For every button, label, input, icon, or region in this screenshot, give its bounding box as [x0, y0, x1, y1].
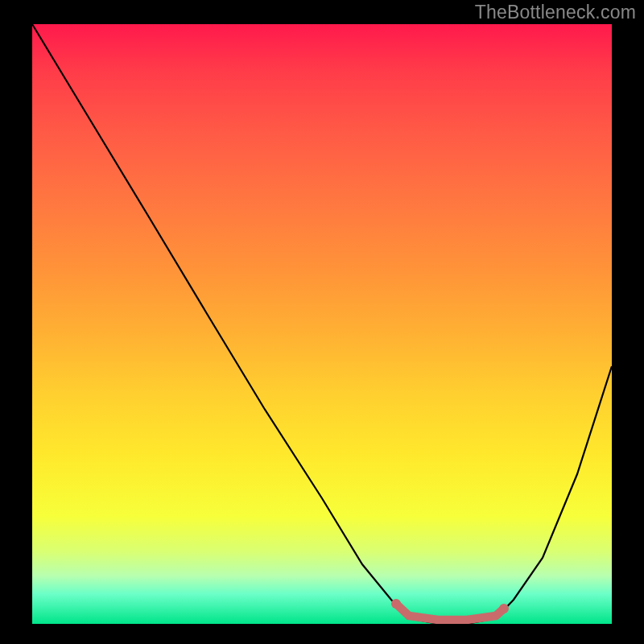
watermark-text: TheBottleneck.com	[475, 2, 636, 23]
highlight-segment	[396, 604, 504, 620]
bottleneck-curve	[32, 24, 612, 624]
highlight-end-dot	[499, 604, 509, 613]
plot-area	[32, 24, 612, 624]
chart-stage: TheBottleneck.com	[0, 0, 644, 644]
curve-svg	[32, 24, 612, 624]
